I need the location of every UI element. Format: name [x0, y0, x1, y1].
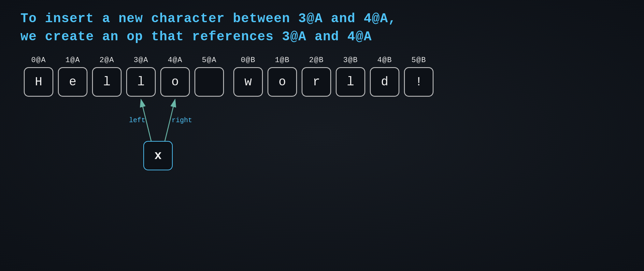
char-box-2@A: l [92, 67, 121, 97]
char-inner-2@B: r [313, 75, 320, 89]
char-box-3@A: l [126, 67, 156, 97]
char-group-4@A: 4@Ao [160, 56, 190, 97]
char-label-4@A: 4@A [168, 56, 183, 65]
char-label-4@B: 4@B [377, 56, 392, 65]
char-group-3@A: 3@Al [126, 56, 156, 97]
chars-row: 0@AH1@Ae2@Al3@Al4@Ao5@A0@Bw1@Bo2@Br3@Bl4… [24, 56, 624, 97]
new-char-label: x [154, 149, 162, 163]
main-container: To insert a new character between 3@A an… [0, 0, 644, 271]
char-box-5@B: ! [404, 67, 433, 97]
char-group-1@B: 1@Bo [268, 56, 297, 97]
char-label-3@B: 3@B [343, 56, 358, 65]
char-group-2@A: 2@Al [92, 56, 121, 97]
new-char-box: x [143, 141, 173, 170]
arrow-left [141, 99, 151, 141]
char-box-2@B: r [302, 67, 331, 97]
char-group-5@A: 5@A [195, 56, 224, 97]
title-text: To insert a new character between 3@A an… [20, 10, 624, 46]
left-label: left [129, 116, 145, 124]
title-line1: To insert a new character between 3@A an… [20, 10, 624, 28]
char-label-5@B: 5@B [412, 56, 426, 65]
right-label: right [172, 116, 192, 124]
char-box-5@A [195, 67, 224, 97]
char-inner-3@B: l [347, 75, 354, 89]
arrow-right [165, 99, 175, 141]
char-group-3@B: 3@Bl [336, 56, 365, 97]
char-inner-1@B: o [278, 75, 286, 89]
char-group-2@B: 2@Br [302, 56, 331, 97]
char-box-3@B: l [336, 67, 365, 97]
char-inner-3@A: l [137, 75, 145, 89]
char-group-5@B: 5@B! [404, 56, 433, 97]
char-inner-0@B: w [244, 75, 252, 89]
char-inner-4@A: o [171, 75, 179, 89]
char-box-1@A: e [58, 67, 87, 97]
char-label-0@A: 0@A [31, 56, 46, 65]
char-label-3@A: 3@A [134, 56, 148, 65]
char-inner-2@A: l [103, 75, 111, 89]
char-label-2@A: 2@A [100, 56, 114, 65]
char-box-4@B: d [370, 67, 399, 97]
char-label-0@B: 0@B [241, 56, 256, 65]
char-label-2@B: 2@B [309, 56, 324, 65]
char-group-0@A: 0@AH [24, 56, 53, 97]
char-label-5@A: 5@A [202, 56, 217, 65]
char-box-0@B: w [233, 67, 263, 97]
title-line2: we create an op that references 3@A and … [20, 28, 624, 46]
char-inner-4@B: d [381, 75, 388, 89]
char-box-0@A: H [24, 67, 53, 97]
char-group-4@B: 4@Bd [370, 56, 399, 97]
char-label-1@A: 1@A [66, 56, 80, 65]
char-inner-5@B: ! [415, 75, 423, 89]
char-label-1@B: 1@B [275, 56, 290, 65]
char-group-1@A: 1@Ae [58, 56, 87, 97]
char-inner-0@A: H [35, 75, 42, 89]
char-inner-1@A: e [69, 75, 76, 89]
char-box-4@A: o [160, 67, 190, 97]
char-box-1@B: o [268, 67, 297, 97]
char-group-0@B: 0@Bw [233, 56, 263, 97]
